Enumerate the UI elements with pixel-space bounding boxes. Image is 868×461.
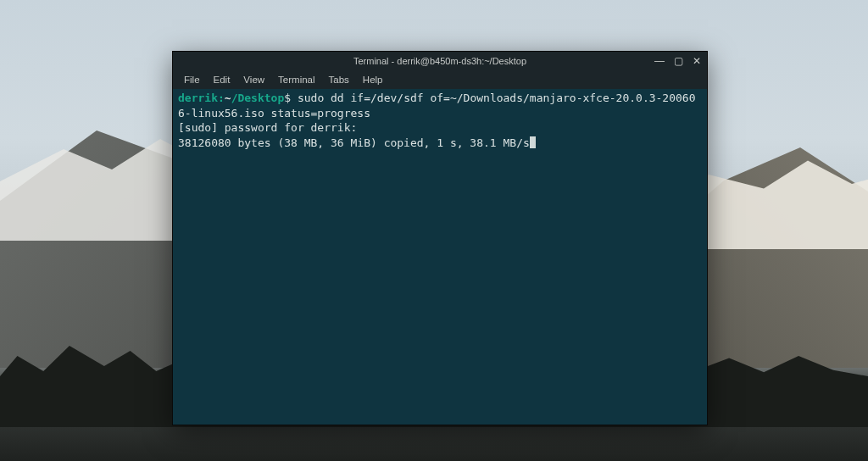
menu-terminal[interactable]: Terminal [272,73,320,86]
minimize-button[interactable]: — [653,56,666,66]
terminal-body[interactable]: derrik:~/Desktop$ sudo dd if=/dev/sdf of… [173,89,707,425]
sudo-prompt: [sudo] password for derrik: [178,121,357,134]
titlebar[interactable]: Terminal - derrik@b450m-ds3h:~/Desktop —… [173,52,707,70]
menu-view[interactable]: View [237,73,270,86]
cursor [530,136,537,148]
prompt-path: /Desktop [231,92,285,104]
prompt-sep: : [218,92,225,104]
menubar: File Edit View Terminal Tabs Help [173,70,707,89]
prompt-tilde: ~ [225,92,231,104]
window-title: Terminal - derrik@b450m-ds3h:~/Desktop [353,56,526,66]
maximize-button[interactable]: ▢ [671,56,685,66]
menu-file[interactable]: File [178,73,206,86]
prompt-user: derrik [178,92,218,104]
menu-help[interactable]: Help [357,73,389,86]
progress-line: 38126080 bytes (38 MB, 36 MiB) copied, 1… [178,136,530,149]
close-button[interactable]: ✕ [690,56,704,66]
menu-tabs[interactable]: Tabs [323,73,355,86]
window-controls: — ▢ ✕ [653,52,704,70]
prompt-end: $ [284,92,298,104]
menu-edit[interactable]: Edit [208,73,236,86]
terminal-window: Terminal - derrik@b450m-ds3h:~/Desktop —… [172,51,708,425]
